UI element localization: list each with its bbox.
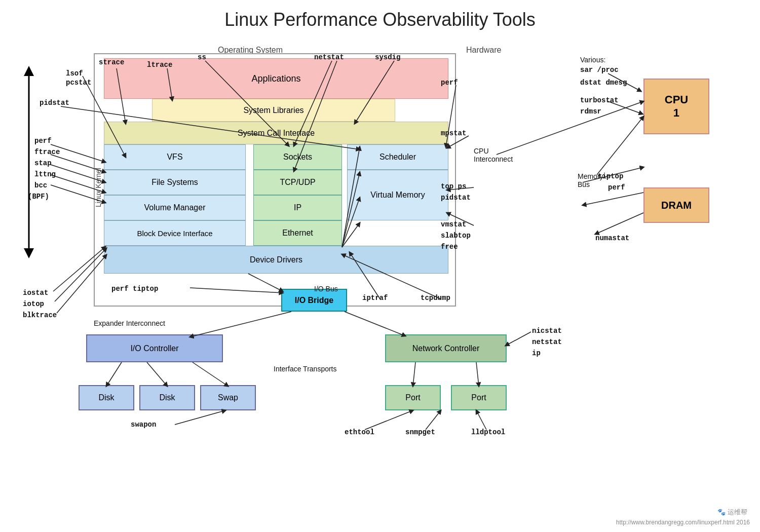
hardware-label: Hardware [466, 46, 501, 55]
layer-tcp-udp: TCP/UDP [253, 170, 342, 195]
layer-ip: IP [253, 195, 342, 220]
svg-line-25 [597, 117, 643, 175]
svg-line-45 [476, 410, 486, 430]
svg-line-43 [365, 410, 413, 430]
big-arrow-left [21, 66, 36, 258]
tool-lldptool: lldptool [471, 428, 505, 436]
dram-box: DRAM [643, 187, 709, 223]
port1-box: Port [385, 385, 441, 410]
main-container: Linux Performance Observability Tools Op… [0, 0, 760, 532]
layer-system-libraries: System Libraries [152, 99, 395, 122]
layer-scheduler: Scheduler [347, 144, 448, 170]
svg-line-36 [193, 362, 228, 386]
svg-line-33 [345, 312, 405, 336]
tool-swapon: swapon [131, 421, 156, 429]
watermark: http://www.brendangregg.com/linuxperf.ht… [616, 519, 750, 526]
tool-perf-right: perf [608, 183, 625, 192]
svg-line-34 [106, 362, 122, 386]
tool-sysdig: sysdig [375, 53, 400, 61]
layer-volume-manager: Volume Manager [104, 195, 246, 220]
tool-dstat-dmesg: dstat dmesg [580, 79, 627, 87]
svg-line-37 [175, 410, 225, 425]
layer-syscall: System Call Interface [104, 122, 448, 144]
tool-ss: ss [198, 53, 206, 61]
tool-mpstat: mpstat [441, 129, 466, 137]
svg-line-39 [476, 362, 479, 386]
tool-nicstat: nicstat [532, 327, 562, 335]
interface-transports-label: Interface Transports [274, 365, 337, 373]
tool-iotop: iotop [23, 300, 44, 308]
tool-vmstat: vmstat [441, 220, 466, 229]
tool-ethtool: ethtool [345, 428, 374, 436]
tool-ip-right: ip [532, 349, 541, 357]
net-controller-box: Network Controller [385, 334, 507, 362]
svg-line-38 [413, 362, 415, 386]
page-title: Linux Performance Observability Tools [0, 0, 760, 35]
svg-line-32 [190, 312, 291, 337]
layer-virtual-memory: Virtual Memory [347, 170, 448, 220]
tool-perf-tiptop: perf tiptop [111, 285, 158, 293]
cpu-interconnect-label: CPUInterconnect [474, 147, 513, 163]
tool-lttng: lttng [34, 170, 56, 178]
layer-sockets: Sockets [253, 144, 342, 170]
tool-snmpget: snmpget [405, 428, 435, 436]
svg-marker-1 [24, 66, 34, 76]
tool-iptraf: iptraf [362, 294, 388, 302]
tool-pcstat: pcstat [66, 79, 91, 87]
tool-perf-top: perf [441, 79, 458, 87]
tool-ltrace: ltrace [147, 61, 172, 69]
svg-line-44 [426, 410, 441, 430]
layer-vfs: VFS [104, 144, 246, 170]
tool-stap: stap [34, 159, 52, 167]
tool-numastat: numastat [595, 234, 629, 242]
layer-filesystems: File Systems [104, 170, 246, 195]
tool-slabtop: slabtop [441, 232, 471, 240]
tool-pidstat-top: pidstat [40, 99, 69, 107]
io-bus-label: I/O Bus [314, 285, 338, 293]
disk2-box: Disk [139, 385, 195, 410]
svg-marker-2 [24, 248, 34, 258]
tool-rdmsr: rdmsr [580, 107, 601, 116]
layer-block-device: Block Device Interface [104, 220, 246, 246]
tool-netstat: netstat [314, 53, 344, 61]
disk1-box: Disk [79, 385, 134, 410]
tool-tiptop-right: tiptop [598, 172, 623, 180]
svg-line-26 [595, 213, 643, 234]
brand: 🐾 运维帮 [717, 508, 747, 517]
tool-netstat-right: netstat [532, 338, 562, 346]
port2-box: Port [451, 385, 507, 410]
tool-tcpdump: tcpdump [421, 294, 450, 302]
svg-line-35 [147, 362, 167, 386]
tool-ftrace: ftrace [34, 148, 60, 156]
swap-box: Swap [200, 385, 256, 410]
svg-line-40 [506, 332, 531, 346]
tool-free: free [441, 243, 458, 251]
tool-pidstat-mid: pidstat [441, 194, 471, 202]
expander-label: Expander Interconnect [94, 319, 165, 327]
various-label: Various: [580, 56, 605, 64]
cpu-box: CPU1 [643, 79, 709, 134]
tool-iostat: iostat [23, 289, 48, 297]
kernel-label: Linux Kernel [94, 132, 102, 243]
tool-sar-proc: sar /proc [580, 66, 619, 74]
svg-line-20 [497, 101, 643, 155]
svg-line-24 [583, 193, 643, 205]
tool-strace: strace [99, 58, 124, 66]
layer-ethernet: Ethernet [253, 220, 342, 246]
tool-blktrace: blktrace [23, 311, 57, 319]
layer-device-drivers: Device Drivers [104, 246, 448, 274]
tool-lsof: lsof [66, 69, 83, 78]
tool-turbostat: turbostat [580, 96, 619, 104]
tool-perf-kernel: perf [34, 137, 52, 145]
tool-top-ps: top ps [441, 182, 466, 191]
io-controller-box: I/O Controller [86, 334, 223, 362]
